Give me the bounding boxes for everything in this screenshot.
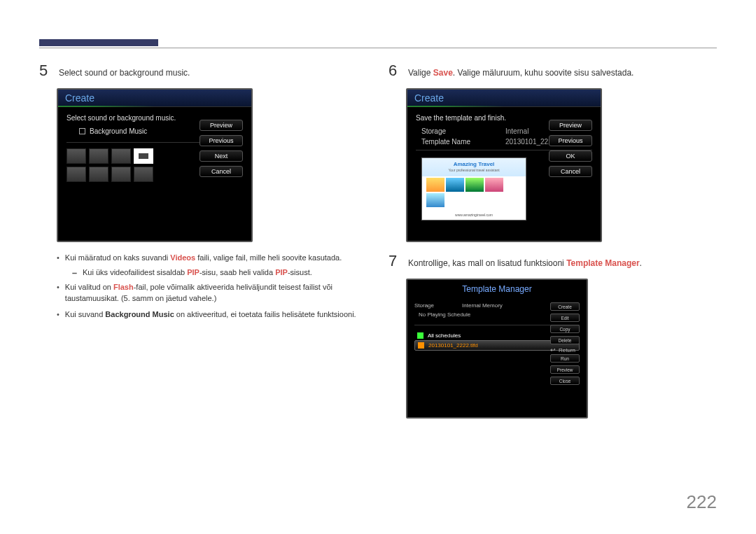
window-title: Create bbox=[58, 90, 251, 107]
text: Kui valitud on bbox=[65, 283, 113, 291]
storage-label: Storage bbox=[414, 302, 434, 309]
window-title: Create bbox=[407, 90, 601, 107]
return-label: Return bbox=[559, 347, 575, 353]
step-number: 7 bbox=[388, 252, 401, 270]
ok-button[interactable]: OK bbox=[549, 150, 592, 162]
close-button[interactable]: Close bbox=[550, 377, 580, 385]
screenshot-create-save: Create Save the template and finish. Sto… bbox=[406, 88, 602, 242]
text: Kui määratud on kaks suvandi bbox=[65, 253, 170, 262]
left-column: 5 Select sound or background music. Crea… bbox=[39, 62, 368, 428]
checkbox-icon bbox=[418, 342, 424, 349]
bullet-item: • Kui valitud on Flash-fail, pole võimal… bbox=[57, 281, 368, 304]
text: on aktiveeritud, ei toetata failis helis… bbox=[174, 310, 356, 318]
side-button-group: Preview Previous OK Cancel bbox=[549, 120, 592, 177]
return-icon bbox=[550, 346, 556, 353]
checkbox-icon bbox=[79, 128, 85, 134]
text: Kui suvand bbox=[65, 310, 105, 318]
keyword-template-manager: Template Manager bbox=[566, 258, 639, 268]
keyword-pip: PIP bbox=[187, 268, 200, 276]
template-filename: 20130101_2222.tlfd bbox=[428, 342, 478, 349]
step-6: 6 Valige Save. Valige mäluruum, kuhu soo… bbox=[388, 62, 717, 80]
keyword-pip: PIP bbox=[275, 268, 288, 276]
previous-button[interactable]: Previous bbox=[549, 135, 592, 146]
note-bullets: • Kui määratud on kaks suvandi Videos fa… bbox=[57, 252, 368, 320]
window-body: Storage Internal Memory No Playing Sched… bbox=[407, 298, 587, 358]
preview-cell bbox=[465, 178, 484, 192]
bullet-text: Kui määratud on kaks suvandi Videos fail… bbox=[65, 252, 342, 264]
sound-thumb[interactable] bbox=[111, 148, 131, 164]
text: Valige bbox=[408, 68, 433, 78]
return-hint: Return bbox=[550, 346, 575, 353]
text: . bbox=[640, 258, 642, 268]
keyword-save: Save bbox=[433, 68, 453, 78]
sound-thumb[interactable] bbox=[66, 167, 86, 182]
preview-button[interactable]: Preview bbox=[549, 120, 592, 131]
window-body: Save the template and finish. Storage In… bbox=[407, 107, 601, 230]
keyword-videos: Videos bbox=[170, 253, 195, 262]
two-column-layout: 5 Select sound or background music. Crea… bbox=[39, 62, 717, 428]
bullet-text: Kui valitud on Flash-fail, pole võimalik… bbox=[65, 281, 368, 304]
header-divider bbox=[39, 48, 717, 48]
preview-cell bbox=[446, 178, 464, 192]
step-text: Select sound or background music. bbox=[59, 62, 190, 80]
manual-page: 5 Select sound or background music. Crea… bbox=[0, 0, 756, 534]
text: faili, valige fail, mille heli soovite k… bbox=[195, 253, 342, 262]
side-button-group: Create Edit Copy Delete Run Preview Clos… bbox=[550, 302, 580, 385]
text: . Valige mäluruum, kuhu soovite sisu sal… bbox=[453, 68, 634, 78]
bullet-dot-icon: • bbox=[57, 309, 59, 321]
preview-button[interactable]: Preview bbox=[200, 120, 243, 131]
sub-bullet-text: Kui üks videofailidest sisaldab PIP-sisu… bbox=[83, 268, 312, 277]
screenshot-template-manager: Template Manager Storage Internal Memory… bbox=[406, 279, 588, 419]
preview-url: www.amazingtravel.com bbox=[422, 213, 526, 217]
text: Kui üks videofailidest sisaldab bbox=[83, 268, 187, 276]
storage-value[interactable]: Internal Memory bbox=[462, 302, 503, 309]
sound-thumb[interactable] bbox=[134, 167, 153, 182]
window-title: Template Manager bbox=[407, 280, 587, 298]
page-number: 222 bbox=[687, 491, 717, 513]
sound-thumb-selected[interactable] bbox=[134, 148, 153, 164]
step-number: 5 bbox=[39, 62, 52, 80]
side-button-group: Preview Previous Next Cancel bbox=[200, 120, 243, 177]
sound-thumb[interactable] bbox=[89, 148, 108, 164]
bullet-text: Kui suvand Background Music on aktiveeri… bbox=[65, 309, 356, 321]
preview-cell bbox=[426, 193, 444, 207]
all-schedules-label: All schedules bbox=[428, 332, 461, 339]
dash-icon: ‒ bbox=[72, 268, 77, 277]
run-button[interactable]: Run bbox=[550, 354, 580, 363]
keyword-background-music: Background Music bbox=[105, 310, 174, 318]
preview-cell bbox=[426, 178, 444, 192]
right-column: 6 Valige Save. Valige mäluruum, kuhu soo… bbox=[388, 62, 717, 428]
next-button[interactable]: Next bbox=[200, 150, 243, 162]
cancel-button[interactable]: Cancel bbox=[549, 166, 592, 177]
storage-value[interactable]: Internal bbox=[505, 127, 528, 135]
bullet-dot-icon: • bbox=[57, 252, 59, 264]
sound-thumb[interactable] bbox=[89, 167, 108, 182]
template-name-label: Template Name bbox=[421, 138, 477, 146]
text: -sisust. bbox=[288, 268, 312, 276]
storage-label: Storage bbox=[421, 127, 477, 135]
previous-button[interactable]: Previous bbox=[200, 135, 243, 146]
text: Kontrollige, kas mall on lisatud funktsi… bbox=[408, 258, 566, 268]
header-accent-bar bbox=[39, 39, 158, 46]
sub-bullet-item: ‒ Kui üks videofailidest sisaldab PIP-si… bbox=[72, 268, 368, 277]
bullet-dot-icon: • bbox=[57, 281, 59, 304]
bullet-item: • Kui suvand Background Music on aktivee… bbox=[57, 309, 368, 321]
sound-thumb[interactable] bbox=[111, 167, 131, 182]
preview-title: Amazing Travel bbox=[422, 161, 526, 167]
sound-thumb[interactable] bbox=[66, 148, 86, 164]
preview-button[interactable]: Preview bbox=[550, 365, 580, 374]
create-button[interactable]: Create bbox=[550, 302, 580, 311]
preview-cell bbox=[485, 178, 503, 192]
step-number: 6 bbox=[388, 62, 401, 80]
checkbox-icon bbox=[417, 332, 424, 339]
template-preview: Amazing Travel Your professional travel … bbox=[421, 157, 526, 220]
delete-button[interactable]: Delete bbox=[550, 336, 580, 344]
checkbox-label: Background Music bbox=[90, 127, 147, 135]
preview-subtitle: Your professional travel assistant bbox=[422, 168, 526, 172]
step-7: 7 Kontrollige, kas mall on lisatud funkt… bbox=[388, 252, 717, 270]
cancel-button[interactable]: Cancel bbox=[200, 166, 243, 177]
edit-button[interactable]: Edit bbox=[550, 314, 580, 322]
step-text: Kontrollige, kas mall on lisatud funktsi… bbox=[408, 252, 642, 270]
keyword-flash: Flash bbox=[113, 283, 134, 291]
copy-button[interactable]: Copy bbox=[550, 325, 580, 333]
